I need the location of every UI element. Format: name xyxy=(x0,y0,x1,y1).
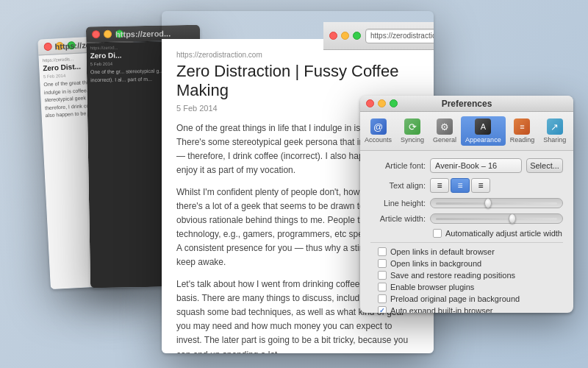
align-buttons: ≡ ≡ ≡ xyxy=(430,178,490,193)
browser-plugins-checkbox[interactable] xyxy=(378,283,387,291)
auto-expand-row: ✓ Auto expand built-in browser xyxy=(370,306,563,313)
save-restore-row: Save and restore reading positions xyxy=(370,271,563,280)
open-background-row: Open links in background xyxy=(370,259,563,268)
appearance-label: Appearance xyxy=(465,136,501,144)
open-default-row: Open links in default browser xyxy=(370,247,563,256)
auto-adjust-label: Automatically adjust article width xyxy=(445,229,562,238)
prefs-icon-accounts[interactable]: @ Accounts xyxy=(360,116,396,146)
prefs-icon-general[interactable]: ⚙ General xyxy=(429,116,461,146)
general-label: General xyxy=(433,136,456,144)
open-background-checkbox[interactable] xyxy=(378,259,387,268)
prefs-minimize-button[interactable] xyxy=(378,99,386,107)
url-text: https://zerodistraction.com xyxy=(370,32,434,40)
prefs-icon-shortcuts[interactable]: ⌘ Shortcuts xyxy=(570,116,573,146)
article-font-row: Article font: Avenir-Book – 16 Select... xyxy=(370,158,563,173)
prefs-icon-sharing[interactable]: ↗ Sharing xyxy=(539,116,570,146)
prefs-maximize-button[interactable] xyxy=(390,99,398,107)
auto-expand-checkbox[interactable]: ✓ xyxy=(378,306,387,313)
preferences-panel: Preferences @ Accounts ⟳ Syncing ⚙ Gener… xyxy=(360,96,573,313)
url-bar[interactable]: https://zerodistraction.com xyxy=(365,29,434,43)
save-restore-label: Save and restore reading positions xyxy=(390,271,515,280)
browser-maximize-button[interactable] xyxy=(353,32,361,40)
text-align-row: Text align: ≡ ≡ ≡ xyxy=(370,178,563,193)
accounts-icon: @ xyxy=(370,118,387,135)
preload-label: Preload original page in background xyxy=(390,294,520,303)
open-default-checkbox[interactable] xyxy=(378,247,387,256)
auto-adjust-checkbox[interactable] xyxy=(433,229,442,238)
select-font-button[interactable]: Select... xyxy=(526,158,563,173)
close-button-2[interactable] xyxy=(92,30,100,38)
article-width-row: Article width: xyxy=(370,213,563,224)
article-width-slider[interactable] xyxy=(430,213,563,224)
prefs-traffic-lights[interactable] xyxy=(366,99,398,107)
minimize-button-2[interactable] xyxy=(104,30,112,38)
line-height-label: Line height: xyxy=(370,199,426,208)
align-left-button[interactable]: ≡ xyxy=(430,178,449,193)
auto-expand-label: Auto expand built-in browser xyxy=(390,306,492,313)
prefs-icon-syncing[interactable]: ⟳ Syncing xyxy=(396,116,429,146)
preload-row: Preload original page in background xyxy=(370,294,563,303)
prefs-icon-reading[interactable]: ≡ Reading xyxy=(506,116,539,146)
font-selector[interactable]: Avenir-Book – 16 xyxy=(430,158,522,173)
browser-traffic-lights[interactable] xyxy=(329,32,361,40)
prefs-body: Article font: Avenir-Book – 16 Select...… xyxy=(360,151,573,313)
align-right-button[interactable]: ≡ xyxy=(471,178,490,193)
auto-expand-checkmark: ✓ xyxy=(379,307,385,313)
browser-titlebar: https://zerodistraction.com ☆ I 🏷 ↗ xyxy=(323,22,434,50)
browser-plugins-label: Enable browser plugins xyxy=(390,283,474,291)
prefs-title: Preferences xyxy=(442,99,492,109)
article-title: Zero Distraction | Fussy Coffee Making xyxy=(176,62,419,101)
article-width-thumb[interactable] xyxy=(509,213,516,224)
article-url: https://zerodistraction.com xyxy=(176,51,419,59)
preload-checkbox[interactable] xyxy=(378,294,387,303)
align-center-button[interactable]: ≡ xyxy=(451,178,470,193)
open-background-label: Open links in background xyxy=(390,259,481,268)
reading-icon: ≡ xyxy=(514,118,530,135)
prefs-close-button[interactable] xyxy=(366,99,374,107)
appearance-icon: A xyxy=(475,118,491,135)
accounts-label: Accounts xyxy=(365,136,392,144)
article-width-label: Article width: xyxy=(370,214,426,223)
sharing-icon: ↗ xyxy=(547,118,563,135)
prefs-toolbar: @ Accounts ⟳ Syncing ⚙ General A Appeara… xyxy=(360,112,573,151)
font-value: Avenir-Book – 16 xyxy=(435,161,497,170)
reading-label: Reading xyxy=(510,136,535,144)
browser-minimize-button[interactable] xyxy=(341,32,349,40)
prefs-divider xyxy=(370,242,563,243)
browser-plugins-row: Enable browser plugins xyxy=(370,283,563,291)
prefs-icon-appearance[interactable]: A Appearance xyxy=(461,116,506,146)
line-height-row: Line height: xyxy=(370,198,563,208)
sharing-label: Sharing xyxy=(543,136,566,144)
save-restore-checkbox[interactable] xyxy=(378,271,387,280)
line-height-thumb[interactable] xyxy=(484,198,492,208)
browser-close-button[interactable] xyxy=(329,32,337,40)
line-height-slider[interactable] xyxy=(430,198,563,208)
article-font-label: Article font: xyxy=(370,161,426,170)
prefs-titlebar: Preferences xyxy=(360,96,573,112)
syncing-icon: ⟳ xyxy=(404,118,420,135)
general-icon: ⚙ xyxy=(437,118,453,135)
syncing-label: Syncing xyxy=(401,136,424,144)
auto-adjust-row: Automatically adjust article width xyxy=(370,229,563,238)
close-button-1[interactable] xyxy=(43,43,52,52)
open-default-label: Open links in default browser xyxy=(390,247,495,256)
text-align-label: Text align: xyxy=(370,181,426,190)
